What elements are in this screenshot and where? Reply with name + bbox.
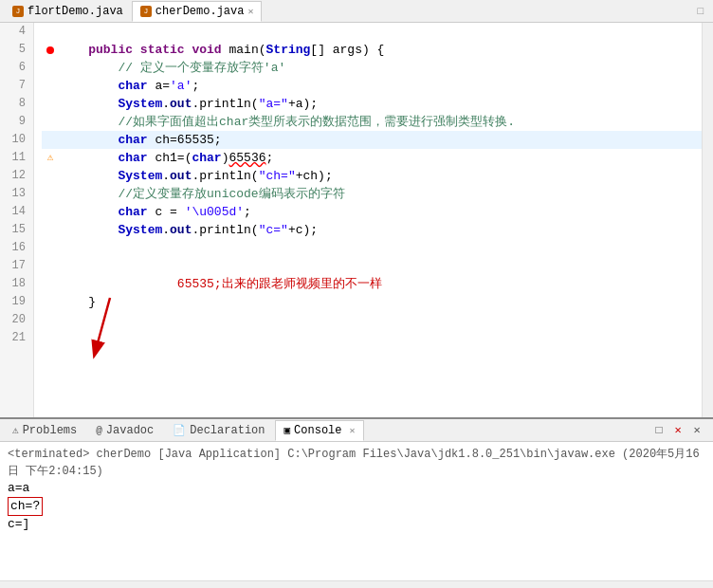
tab-console[interactable]: ▣ Console ✕ — [275, 420, 363, 441]
code-line-10: char ch=65535; — [42, 131, 702, 149]
line-num-21: 21 — [4, 329, 26, 347]
line-num-11: 11 — [4, 149, 26, 167]
javadoc-icon: @ — [96, 425, 102, 436]
editor-tab-bar: J flortDemo.java J cherDemo.java ✕ □ — [0, 0, 713, 23]
code-line-15: System.out.println("c="+c); — [42, 221, 702, 239]
code-line-14: char c = '\u005d'; — [42, 203, 702, 221]
console-line-a: a=a — [8, 480, 705, 497]
bottom-panel: ⚠ Problems @ Javadoc 📄 Declaration ▣ Con… — [0, 417, 713, 588]
code-text-16 — [59, 239, 66, 257]
code-line-4 — [42, 23, 702, 41]
maximize-icon[interactable]: □ — [697, 6, 709, 17]
code-area: 4 5 6 7 8 9 10 11 12 13 14 15 16 17 18 1… — [0, 23, 713, 417]
code-text-11: char ch1=(char)65536; — [59, 149, 273, 167]
code-text-13: //定义变量存放unicode编码表示的字符 — [59, 185, 345, 203]
tab-label-flort: flortDemo.java — [27, 5, 123, 18]
problems-icon: ⚠ — [12, 424, 19, 436]
line-numbers: 4 5 6 7 8 9 10 11 12 13 14 15 16 17 18 1… — [0, 23, 34, 417]
line-num-6: 6 — [4, 59, 26, 77]
code-text-12: System.out.println("ch="+ch); — [59, 167, 333, 185]
code-line-11: ⚠ char ch1=(char)65536; — [42, 149, 702, 167]
code-line-20 — [42, 311, 702, 329]
code-content[interactable]: public static void main(String[] args) {… — [34, 23, 702, 417]
gutter-11: ⚠ — [42, 149, 59, 167]
line-num-8: 8 — [4, 95, 26, 113]
code-text-17 — [59, 257, 66, 275]
terminate-btn[interactable]: ✕ — [669, 422, 686, 439]
code-text-9: //如果字面值超出char类型所表示的数据范围，需要进行强制类型转换. — [59, 113, 515, 131]
code-text-8: System.out.println("a="+a); — [59, 95, 318, 113]
code-line-8: System.out.println("a="+a); — [42, 95, 702, 113]
editor-container: J flortDemo.java J cherDemo.java ✕ □ 4 5… — [0, 0, 713, 417]
bottom-toolbar: □ ✕ ✕ — [650, 422, 709, 439]
line-num-16: 16 — [4, 239, 26, 257]
line-num-5: 5 — [4, 41, 26, 59]
code-text-10: char ch=65535; — [59, 131, 222, 149]
tab-problems-label: Problems — [23, 424, 78, 437]
tab-flortDemo[interactable]: J flortDemo.java — [4, 1, 132, 22]
line-num-10: 10 — [4, 131, 26, 149]
editor-scrollbar[interactable] — [702, 23, 713, 417]
annotation-text: 65535;出来的跟老师视频里的不一样 — [177, 277, 382, 291]
code-text-21 — [59, 329, 66, 347]
breakpoint-5[interactable] — [46, 46, 54, 54]
tab-close-icon[interactable]: ✕ — [247, 6, 253, 17]
tab-javadoc-label: Javadoc — [106, 424, 154, 437]
code-line-12: System.out.println("ch="+ch); — [42, 167, 702, 185]
line-num-4: 4 — [4, 23, 26, 41]
code-line-5: public static void main(String[] args) { — [42, 41, 702, 59]
console-icon: ▣ — [283, 424, 290, 436]
console-line-ch: ch=? — [8, 497, 705, 516]
code-line-19: } — [42, 293, 702, 311]
line-num-17: 17 — [4, 257, 26, 275]
code-text-5: public static void main(String[] args) { — [59, 41, 384, 59]
code-text-14: char c = '\u005d'; — [59, 203, 251, 221]
console-boxed-ch: ch=? — [8, 497, 43, 516]
tab-problems[interactable]: ⚠ Problems — [4, 420, 85, 441]
code-text-6: // 定义一个变量存放字符'a' — [59, 59, 285, 77]
console-output[interactable]: <terminated> cherDemo [Java Application]… — [0, 442, 713, 580]
tab-cherDemo[interactable]: J cherDemo.java ✕ — [132, 1, 263, 22]
code-text-18: 65535;出来的跟老师视频里的不一样 — [59, 275, 382, 293]
java-icon-2: J — [140, 6, 152, 17]
line-num-9: 9 — [4, 113, 26, 131]
java-icon: J — [12, 6, 24, 17]
minimize-console-btn[interactable]: □ — [650, 422, 667, 439]
warning-icon-11: ⚠ — [47, 149, 54, 167]
line-num-15: 15 — [4, 221, 26, 239]
code-text-4 — [59, 23, 66, 41]
terminal-header: <terminated> cherDemo [Java Application]… — [8, 446, 705, 480]
code-line-9: //如果字面值超出char类型所表示的数据范围，需要进行强制类型转换. — [42, 113, 702, 131]
code-line-17 — [42, 257, 702, 275]
code-line-13: //定义变量存放unicode编码表示的字符 — [42, 185, 702, 203]
line-num-19: 19 — [4, 293, 26, 311]
code-line-21 — [42, 329, 702, 347]
console-close-icon[interactable]: ✕ — [350, 425, 356, 436]
tab-javadoc[interactable]: @ Javadoc — [87, 420, 162, 441]
console-line-c: c=] — [8, 516, 705, 533]
console-horizontal-scroll[interactable] — [0, 580, 713, 588]
declaration-icon: 📄 — [173, 424, 186, 436]
code-text-19: } — [59, 293, 96, 311]
code-text-7: char a='a'; — [59, 77, 199, 95]
tab-declaration-label: Declaration — [190, 424, 265, 437]
tab-console-label: Console — [294, 424, 341, 437]
code-line-6: // 定义一个变量存放字符'a' — [42, 59, 702, 77]
line-num-7: 7 — [4, 77, 26, 95]
code-text-20 — [59, 311, 66, 329]
line-num-12: 12 — [4, 167, 26, 185]
tab-label-cher: cherDemo.java — [155, 5, 245, 18]
line-num-18: 18 — [4, 275, 26, 293]
bottom-tab-bar: ⚠ Problems @ Javadoc 📄 Declaration ▣ Con… — [0, 419, 713, 442]
gutter-5 — [42, 46, 59, 54]
tab-declaration[interactable]: 📄 Declaration — [164, 420, 273, 441]
code-line-16 — [42, 239, 702, 257]
line-num-13: 13 — [4, 185, 26, 203]
line-num-14: 14 — [4, 203, 26, 221]
code-line-7: char a='a'; — [42, 77, 702, 95]
line-num-20: 20 — [4, 311, 26, 329]
close-console-btn[interactable]: ✕ — [688, 422, 705, 439]
code-text-15: System.out.println("c="+c); — [59, 221, 318, 239]
code-line-18: 65535;出来的跟老师视频里的不一样 — [42, 275, 702, 293]
